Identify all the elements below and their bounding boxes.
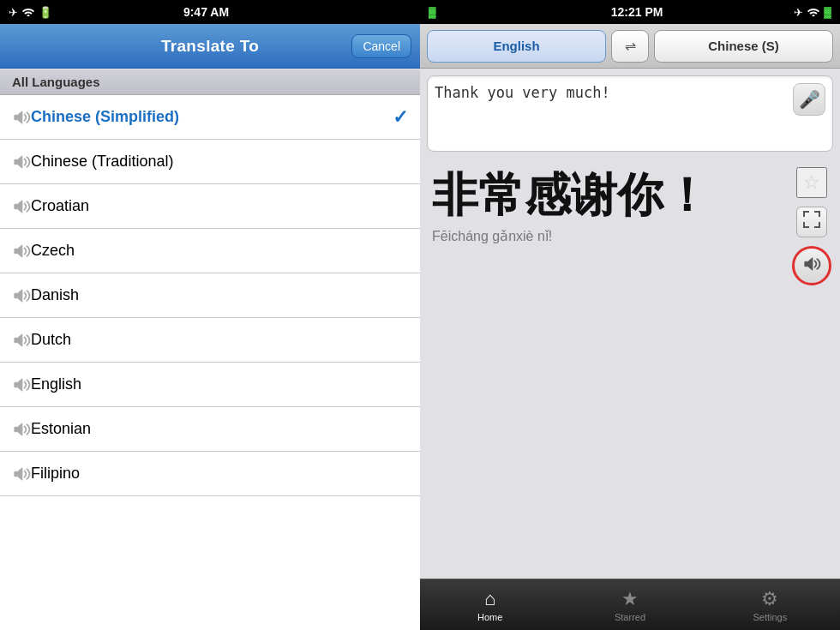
lang-item-czech[interactable]: Czech bbox=[0, 229, 420, 273]
input-area: Thank you very much! 🎤 bbox=[427, 75, 833, 152]
tab-home[interactable]: ⌂ Home bbox=[420, 579, 560, 630]
swap-icon: ⇌ bbox=[625, 38, 636, 54]
tab-bar: ⌂ Home ★ Starred ⚙ Settings bbox=[420, 579, 840, 630]
speaker-icon bbox=[12, 288, 31, 303]
section-header: All Languages bbox=[0, 69, 420, 95]
microphone-button[interactable]: 🎤 bbox=[793, 83, 825, 116]
gear-icon: ⚙ bbox=[761, 588, 778, 610]
lang-name-chinese-traditional: Chinese (Traditional) bbox=[31, 153, 408, 171]
expand-button[interactable] bbox=[796, 207, 827, 237]
left-panel: ✈ 🔋 9:47 AM Translate To Cancel All Lang… bbox=[0, 0, 420, 630]
lang-item-dutch[interactable]: Dutch bbox=[0, 318, 420, 363]
speaker-icon bbox=[802, 255, 821, 277]
star-tab-icon: ★ bbox=[621, 588, 639, 610]
swap-languages-button[interactable]: ⇌ bbox=[611, 30, 649, 63]
battery-icon-left: 🔋 bbox=[39, 6, 52, 19]
translated-pinyin: Fēicháng gǎnxiè nǐ! bbox=[432, 228, 828, 244]
status-bar-right: ▓ 12:21 PM ✈ ▓ bbox=[420, 0, 840, 24]
tab-starred[interactable]: ★ Starred bbox=[560, 579, 699, 630]
target-lang-button[interactable]: Chinese (S) bbox=[654, 30, 833, 63]
lang-name-croatian: Croatian bbox=[31, 197, 408, 215]
lang-name-danish: Danish bbox=[31, 286, 408, 304]
lang-name-chinese-simplified: Chinese (Simplified) bbox=[31, 108, 393, 126]
airplane-icon-right: ✈ bbox=[794, 6, 803, 19]
mic-icon: 🎤 bbox=[799, 89, 820, 110]
home-icon: ⌂ bbox=[484, 588, 495, 610]
checkmark-icon: ✓ bbox=[393, 106, 408, 129]
lang-item-danish[interactable]: Danish bbox=[0, 273, 420, 318]
lang-item-filipino[interactable]: Filipino bbox=[0, 452, 420, 496]
language-list: Chinese (Simplified)✓ Chinese (Tradition… bbox=[0, 95, 420, 630]
lang-name-english: English bbox=[31, 375, 408, 393]
battery-full-icon: ▓ bbox=[429, 6, 436, 18]
cancel-button[interactable]: Cancel bbox=[351, 34, 411, 58]
lang-item-croatian[interactable]: Croatian bbox=[0, 184, 420, 229]
lang-name-dutch: Dutch bbox=[31, 331, 408, 349]
lang-name-filipino: Filipino bbox=[31, 465, 408, 483]
speaker-icon bbox=[12, 154, 31, 170]
speaker-icon bbox=[12, 199, 31, 214]
translated-text-main: 非常感谢你！ bbox=[432, 167, 828, 223]
tab-settings-label: Settings bbox=[753, 612, 787, 622]
status-bar-left: ✈ 🔋 9:47 AM bbox=[0, 0, 420, 24]
expand-icon bbox=[803, 211, 820, 233]
right-panel: ▓ 12:21 PM ✈ ▓ English ⇌ Chinese (S) Tha… bbox=[420, 0, 840, 630]
tab-settings[interactable]: ⚙ Settings bbox=[700, 579, 840, 630]
airplane-icon-left: ✈ bbox=[9, 6, 18, 19]
tab-starred-label: Starred bbox=[615, 612, 645, 622]
time-right: 12:21 PM bbox=[480, 5, 794, 19]
lang-item-estonian[interactable]: Estonian bbox=[0, 407, 420, 452]
source-lang-button[interactable]: English bbox=[427, 30, 606, 63]
star-favorite-button[interactable]: ☆ bbox=[796, 167, 827, 198]
wifi-icon-right bbox=[807, 6, 820, 19]
speaker-icon bbox=[12, 377, 31, 393]
tab-home-label: Home bbox=[477, 612, 502, 622]
speaker-icon bbox=[12, 333, 31, 348]
star-icon: ☆ bbox=[803, 171, 820, 194]
nav-title: Translate To bbox=[161, 37, 259, 56]
translation-area: 非常感谢你！ Fēicháng gǎnxiè nǐ! ☆ bbox=[420, 159, 840, 579]
speaker-icon bbox=[12, 466, 31, 482]
right-status-icons: ✈ ▓ bbox=[794, 6, 831, 19]
lang-name-estonian: Estonian bbox=[31, 420, 408, 438]
translation-input[interactable]: Thank you very much! bbox=[435, 83, 793, 144]
speaker-icon bbox=[12, 110, 31, 125]
wifi-icon-left bbox=[21, 6, 35, 19]
left-status-icons: ✈ 🔋 bbox=[9, 6, 52, 19]
battery-icon-right: ▓ bbox=[824, 6, 831, 18]
speaker-icon bbox=[12, 422, 31, 437]
nav-bar: Translate To Cancel bbox=[0, 24, 420, 69]
lang-item-chinese-simplified[interactable]: Chinese (Simplified)✓ bbox=[0, 95, 420, 140]
speaker-icon bbox=[12, 243, 31, 259]
lang-selector-bar: English ⇌ Chinese (S) bbox=[420, 24, 840, 69]
speak-translation-button[interactable] bbox=[792, 246, 831, 285]
lang-item-english[interactable]: English bbox=[0, 363, 420, 407]
lang-name-czech: Czech bbox=[31, 242, 408, 260]
lang-item-chinese-traditional[interactable]: Chinese (Traditional) bbox=[0, 140, 420, 184]
time-left: 9:47 AM bbox=[52, 5, 360, 19]
action-icons: ☆ bbox=[792, 167, 831, 285]
